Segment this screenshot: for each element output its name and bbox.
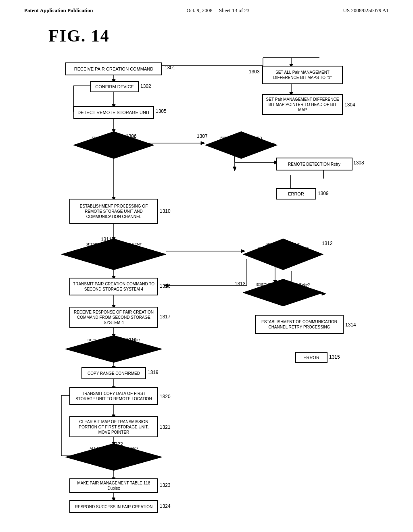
node-1310: ESTABLISHMENT PROCESSING OF REMOTE STORA… [69, 199, 158, 224]
label-1304: 1304 [344, 102, 355, 108]
diamond-1306: SUCCEED IN DETECTION OF REMOTE STORAGE U… [73, 131, 154, 161]
label-1311: 1311 [101, 237, 112, 242]
diamond-1307: EXECUTE PRESCRIBED Retry? [205, 131, 277, 161]
svg-marker-12 [233, 167, 236, 171]
date-label: Oct. 9, 2008 Sheet 13 of 23 [187, 7, 250, 14]
diamond-1322: ALL DIFFERENCE BIT MAPS ARE "0" ? [65, 443, 162, 473]
label-1313: 1313 [235, 281, 246, 287]
node-1301: RECEIVE PAIR CREATION COMMAND [65, 62, 162, 75]
label-1321: 1321 [160, 424, 171, 430]
flowchart: RECEIVE PAIR CREATION COMMAND 1301 CONFI… [29, 54, 384, 517]
node-1319: COPY RANGE CONFIRMED [81, 367, 146, 379]
diamond-1313: EXECUTE PRESCRIBED Retry? [243, 278, 323, 308]
label-1312: 1312 [322, 241, 333, 246]
label-1317: 1317 [160, 314, 171, 320]
diamond-1312: Pair MANAGEMENT INFORMATION SETTING NOT … [243, 238, 323, 272]
node-1303: SET ALL Pair MANAGEMENT DIFFERENCE BIT M… [262, 66, 343, 84]
publication-label: Patent Application Publication [24, 7, 93, 14]
label-1303: 1303 [249, 69, 260, 75]
node-1304: SET Pair MANAGEMENT DIFFERENCE BIT MAP P… [262, 94, 343, 115]
node-1314: ESTABLISHMENT OF COMMUNICATION CHANNEL R… [255, 315, 344, 334]
label-1310: 1310 [160, 208, 171, 214]
node-1309: ERROR [276, 188, 316, 200]
page-header: Patent Application Publication Oct. 9, 2… [0, 0, 413, 18]
node-1302: CONFIRM DEVICE [90, 81, 139, 92]
node-1317: RECEIVE RESPONSE OF PAIR CREATION COMMAN… [69, 307, 158, 328]
label-1314: 1314 [345, 322, 356, 328]
patent-number: US 2008/0250079 A1 [343, 7, 389, 14]
node-1315: ERROR [295, 352, 327, 363]
content-area: FIG. 14 [0, 18, 413, 525]
label-1302: 1302 [140, 83, 151, 89]
label-1316: 1316 [160, 283, 171, 289]
label-1319: 1319 [148, 370, 159, 375]
diamond-1318: RECEIVE RESPONSE OF PAIR CREATION COMMAN… [65, 335, 162, 365]
node-1324: RESPOND SUCCESS IN PAIR CREATION [69, 500, 158, 513]
node-1321: CLEAR BIT MAP OF TRANSMISSION PORTION OF… [69, 416, 158, 437]
diamond-1311: SETTING OF Pair MANAGEMENT AND ESTABLISH… [61, 238, 166, 272]
label-1307: 1307 [197, 133, 208, 139]
label-1301: 1301 [165, 65, 175, 71]
node-1316: TRANSMIT PAIR CREATION COMMAND TO SECOND… [69, 278, 158, 295]
label-1305: 1305 [156, 108, 167, 114]
figure-title: FIG. 14 [48, 26, 389, 46]
label-1315: 1315 [329, 354, 340, 360]
node-1305: DETECT REMOTE STORAGE UNIT [73, 106, 154, 119]
label-1320: 1320 [160, 394, 171, 399]
node-1308: REMOTE DETECTION Retry [276, 158, 353, 170]
node-1323: MAKE PAIR MANAGEMENT TABLE 118 Duplex [69, 478, 158, 493]
svg-marker-9 [201, 141, 205, 145]
node-1320: TRANSMIT COPY DATA OF FIRST STORAGE UNIT… [69, 387, 158, 405]
label-1324: 1324 [160, 503, 171, 509]
label-1323: 1323 [160, 482, 171, 488]
sheet-label: Sheet 13 of 23 [219, 7, 249, 13]
label-1309: 1309 [318, 191, 329, 196]
label-1308: 1308 [353, 160, 364, 166]
